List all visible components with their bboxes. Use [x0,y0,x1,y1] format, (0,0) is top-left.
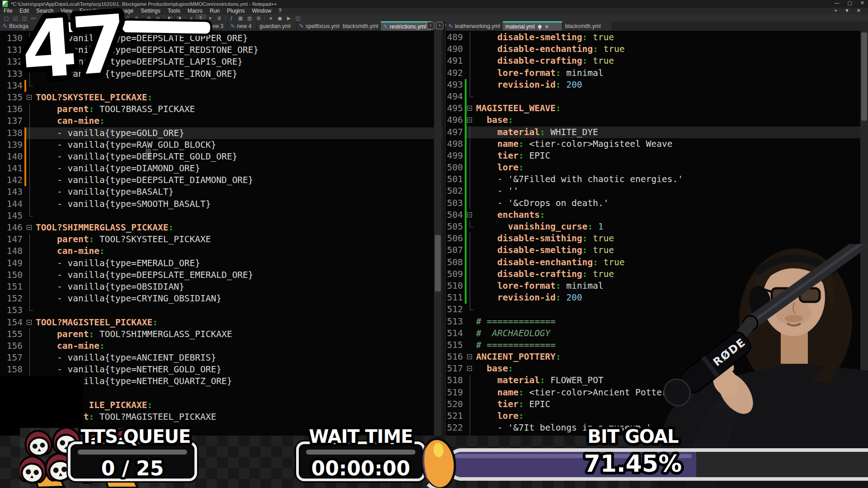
new-tab-button[interactable]: + [834,8,837,14]
close-tab-icon[interactable]: ✕ [545,24,549,30]
right-tab-bar: ✎leatherworking.ymlmaterial.yml✕blacksmi… [446,21,868,31]
menu-run[interactable]: Run [206,8,223,14]
tts-queue-header: TTS QUEUE [77,425,194,447]
code-line-500: 500 lore: [446,162,868,174]
tab-blacksmith-yml[interactable]: blacksmith.yml [340,21,381,31]
code-line-154: 154TOOL?MAGISTEEL_PICKAXE: [0,317,442,328]
code-line-498: 498 name: <tier-color>Magisteel Weave [446,138,868,150]
code-line-156: 156 can-mine: [0,340,442,352]
code-line-490: 490 disable-enchanting: true [446,43,868,55]
code-line-492: 492 lore-format: minimal [446,67,868,79]
menu--[interactable]: ? [275,8,285,14]
code-line-496: 496 base: [446,114,868,126]
left-scrollbar[interactable] [434,31,442,436]
macro-stop-icon[interactable]: ◼ [275,15,284,21]
code-line-139: 139 - vanilla{type=RAW_GOLD_BLOCK} [0,139,442,151]
svg-text:TTS QUEUE: TTS QUEUE [81,426,191,447]
macro-record-icon[interactable]: ● [266,15,275,21]
code-line-494: 494 [446,91,868,103]
code-line-146: 146TOOL?SHIMMERGLASS_PICKAXE: [0,222,442,234]
code-line-140: 140 - vanilla{type=DEEPSLATE_GOLD_ORE} [0,151,442,163]
pane-splitter[interactable] [442,21,446,436]
code-line-136: 136 parent: TOOL?BRASS_PICKAXE [0,103,442,115]
tab-scroll-left-button[interactable]: ‹ [427,22,434,29]
wait-time-header: WAIT TIME [301,425,421,447]
code-line-491: 491 disable-crafting: true [446,55,868,67]
code-line-489: 489 disable-smelting: true [446,32,868,43]
menu-plugins[interactable]: Plugins [223,8,248,14]
tab-label: material.yml [505,23,535,30]
tab-material-yml[interactable]: material.yml✕ [503,21,562,31]
text-caret [146,149,151,160]
left-scrollbar-thumb[interactable] [435,235,441,291]
code-line-499: 499 tier: EPIC [446,150,868,162]
tts-queue-value: 0 / 25 [68,455,197,481]
close-button[interactable]: ✕ [860,0,864,6]
menu-macro[interactable]: Macro [184,8,206,14]
bit-goal-value: 71.45% [556,449,710,478]
svg-text:0 / 25: 0 / 25 [101,457,164,480]
svg-text:47: 47 [19,0,126,97]
tab-restrictions-yml[interactable]: ✎restrictions.yml✕ [381,21,431,31]
code-line-502: 502 - '' [446,185,868,197]
tab-list-dropdown-icon[interactable]: ▼ [844,8,849,14]
close-tab-button[interactable]: ✕ [857,8,861,14]
code-line-505: 505 vanishing_curse: 1 [446,221,868,233]
tab-scroll-right-button[interactable]: › [436,22,443,29]
right-scrollbar-thumb[interactable] [861,33,867,121]
code-line-142: 142 - vanilla{type=DEEPSLATE_DIAMOND_ORE… [0,174,442,186]
tab-label: spellfocus.yml [306,23,340,29]
code-line-495: 495MAGISTEEL_WEAVE: [446,103,868,114]
function-list-icon[interactable]: ƒ [227,15,236,21]
code-line-506: 506 disable-smithing: true [446,233,868,244]
document-map-icon[interactable]: ▦ [236,15,245,21]
minimize-button[interactable]: — [834,0,839,6]
menu-tools[interactable]: Tools [164,8,184,14]
modified-icon: ✎ [383,23,388,30]
modified-icon: ✎ [299,23,304,29]
wait-time-value: 00:00:00 [296,455,425,481]
svg-text:00:00:00: 00:00:00 [311,457,410,480]
macro-save-icon[interactable]: ◫ [293,15,302,21]
tab-blacksmith-yml[interactable]: blacksmith.yml [562,21,612,31]
code-line-504: 504 enchants: [446,209,868,221]
folder-as-workspace-icon[interactable]: ⊞ [254,15,263,21]
indent-guide-icon[interactable]: ≣ [215,15,224,21]
tab-new-4[interactable]: ✎new 4 [228,21,257,31]
code-line-151: 151 - vanilla{type=OBSIDIAN} [0,281,442,293]
code-line-158: 158 - vanilla{type=NETHER_GOLD_ORE} [0,364,442,375]
code-line-144: 144 - vanilla{type=SMOOTH_BASALT} [0,198,442,210]
document-list-icon[interactable]: ▥ [245,15,254,21]
maximize-button[interactable]: ▢ [847,0,852,6]
tab-label: leatherworking.yml [455,23,500,29]
code-line-145: 145 [0,210,442,222]
code-line-138: 138 - vanilla{type=GOLD_ORE} [0,127,442,139]
code-line-497: 497 material: WHITE_DYE [446,127,868,138]
svg-text:BIT GOAL: BIT GOAL [588,426,679,447]
code-line-137: 137 can-mine: [0,115,442,127]
code-line-152: 152 - vanilla{type=CRYING_OBSIDIAN} [0,293,442,305]
code-line-503: 503 - '&cDrops on death.' [446,197,868,209]
tab-leatherworking-yml[interactable]: ✎leatherworking.yml [446,21,503,31]
code-line-147: 147 parent: TOOL?SKYSTEEL_PICKAXE [0,234,442,245]
tab-scroll-buttons: ‹ › ¹ [427,22,446,29]
macro-play-icon[interactable]: ▶ [284,15,293,21]
code-line-149: 149 - vanilla{type=EMERALD_ORE} [0,258,442,269]
tab-spellfocus-yml[interactable]: ✎spellfocus.yml [297,21,340,31]
code-line-501: 501 - '&7Filled with chaotic energies.' [446,174,868,185]
modified-icon: ✎ [448,23,453,29]
menu-window[interactable]: Window [248,8,275,14]
tab-label: restrictions.yml [390,23,426,30]
code-line-157: 157 - vanilla{type=ANCIENT_DEBRIS} [0,352,442,364]
svg-text:71.45%: 71.45% [584,450,682,477]
code-line-153: 153 [0,305,442,316]
death-counter-overlay: 47 [0,0,149,99]
tab-guardian-yml[interactable]: guardian.yml [257,21,297,31]
code-line-143: 143 - vanilla{type=BASALT} [0,186,442,198]
notepad-plus-plus-window: *C:\Users\gopir\AppData\Local\Temp\scp16… [0,0,868,488]
tab-label: blacksmith.yml [343,23,378,29]
pin-icon[interactable] [538,25,542,28]
code-line-148: 148 can-mine: [0,245,442,257]
tts-queue-progress-bar [78,450,187,455]
code-line-150: 150 - vanilla{type=DEEPSLATE_EMERALD_ORE… [0,269,442,281]
